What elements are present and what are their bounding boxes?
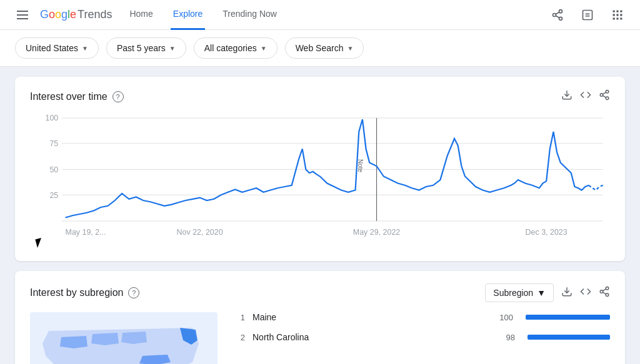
svg-point-20 bbox=[606, 97, 609, 100]
svg-point-39 bbox=[606, 287, 609, 290]
subregion-download-icon[interactable] bbox=[561, 286, 572, 300]
subregion-header: Interest by subregion ? Subregion ▼ bbox=[30, 283, 610, 302]
svg-line-43 bbox=[602, 288, 606, 290]
chevron-down-icon: ▼ bbox=[537, 288, 546, 298]
card-title: Interest over time ? bbox=[30, 91, 124, 102]
apps-button[interactable] bbox=[605, 2, 630, 27]
filter-bar: United States ▼ Past 5 years ▼ All categ… bbox=[0, 30, 640, 67]
svg-rect-12 bbox=[616, 14, 618, 16]
svg-line-22 bbox=[602, 92, 606, 94]
svg-point-0 bbox=[559, 9, 562, 12]
svg-text:50: 50 bbox=[49, 165, 58, 174]
svg-line-42 bbox=[602, 292, 606, 294]
svg-point-18 bbox=[606, 91, 609, 94]
rank-name: Maine bbox=[252, 312, 492, 322]
subregion-embed-icon[interactable] bbox=[580, 286, 591, 300]
app-header: Google Trends Home Explore Trending Now bbox=[0, 0, 640, 30]
rank-item: 2 North Carolina 98 bbox=[232, 332, 610, 342]
svg-point-2 bbox=[559, 17, 562, 20]
svg-rect-9 bbox=[616, 10, 618, 12]
chevron-down-icon: ▼ bbox=[347, 45, 353, 52]
svg-rect-14 bbox=[613, 17, 615, 19]
svg-line-21 bbox=[602, 96, 606, 97]
svg-line-3 bbox=[556, 16, 559, 17]
card-header: Interest over time ? bbox=[30, 89, 610, 104]
svg-text:Dec 3, 2023: Dec 3, 2023 bbox=[526, 228, 568, 237]
main-content: Interest over time ? bbox=[0, 67, 640, 364]
category-filter[interactable]: All categories ▼ bbox=[194, 37, 278, 59]
rank-value: 98 bbox=[506, 333, 515, 342]
download-icon[interactable] bbox=[561, 89, 572, 104]
interest-by-subregion-card: Interest by subregion ? Subregion ▼ bbox=[15, 271, 625, 364]
nav-explore[interactable]: Explore bbox=[171, 0, 205, 30]
rankings-list: 1 Maine 100 2 North Carolina 98 bbox=[232, 312, 610, 364]
svg-point-41 bbox=[606, 293, 609, 297]
svg-text:25: 25 bbox=[49, 191, 58, 200]
rank-bar bbox=[528, 335, 610, 340]
embed-icon[interactable] bbox=[580, 89, 591, 104]
subregion-title: Interest by subregion ? bbox=[30, 287, 139, 298]
svg-rect-5 bbox=[583, 10, 592, 19]
rank-item: 1 Maine 100 bbox=[232, 312, 610, 322]
header-left: Google Trends bbox=[10, 2, 112, 27]
svg-text:Nov 22, 2020: Nov 22, 2020 bbox=[177, 228, 223, 237]
rank-value: 100 bbox=[499, 313, 513, 322]
svg-text:75: 75 bbox=[49, 139, 58, 148]
svg-rect-10 bbox=[620, 10, 622, 12]
main-nav: Home Explore Trending Now bbox=[127, 0, 279, 30]
svg-rect-8 bbox=[613, 10, 615, 12]
interest-over-time-card: Interest over time ? bbox=[15, 77, 625, 261]
rank-name: North Carolina bbox=[252, 332, 499, 342]
nav-trending-now[interactable]: Trending Now bbox=[220, 0, 279, 30]
menu-button[interactable] bbox=[10, 2, 35, 27]
subregion-view-select[interactable]: Subregion ▼ bbox=[485, 283, 554, 302]
nav-home[interactable]: Home bbox=[127, 0, 155, 30]
hamburger-icon bbox=[15, 7, 30, 22]
rank-number: 1 bbox=[232, 313, 245, 322]
svg-text:May 19, 2...: May 19, 2... bbox=[66, 228, 106, 237]
svg-point-1 bbox=[553, 13, 556, 16]
svg-text:100: 100 bbox=[46, 114, 59, 123]
subregion-actions: Subregion ▼ bbox=[485, 283, 610, 302]
subregion-help-icon[interactable]: ? bbox=[128, 287, 139, 298]
svg-point-40 bbox=[600, 290, 603, 293]
chart-svg: 100 75 50 25 May 19, 2... Nov 22, 2020 M… bbox=[30, 111, 610, 248]
map-area bbox=[30, 312, 218, 364]
subregion-content: 1 Maine 100 2 North Carolina 98 bbox=[30, 312, 610, 364]
search-type-filter[interactable]: Web Search ▼ bbox=[285, 37, 364, 59]
chevron-down-icon: ▼ bbox=[169, 45, 176, 52]
svg-line-4 bbox=[556, 12, 559, 14]
chevron-down-icon: ▼ bbox=[261, 45, 267, 52]
app-name: Trends bbox=[78, 8, 112, 21]
svg-rect-11 bbox=[613, 14, 615, 16]
app-logo: Google Trends bbox=[40, 8, 112, 21]
svg-rect-16 bbox=[620, 17, 622, 19]
us-map-svg bbox=[30, 312, 218, 364]
time-filter[interactable]: Past 5 years ▼ bbox=[106, 37, 186, 59]
svg-text:May 29, 2022: May 29, 2022 bbox=[353, 228, 401, 237]
share-card-icon[interactable] bbox=[599, 89, 610, 104]
help-icon[interactable]: ? bbox=[112, 91, 124, 102]
region-filter[interactable]: United States ▼ bbox=[15, 37, 99, 59]
header-right bbox=[545, 2, 630, 27]
subregion-share-icon[interactable] bbox=[599, 286, 610, 300]
svg-rect-15 bbox=[616, 17, 618, 19]
rank-number: 2 bbox=[232, 333, 245, 342]
svg-rect-13 bbox=[620, 14, 622, 16]
chevron-down-icon: ▼ bbox=[82, 45, 88, 52]
card-actions bbox=[561, 89, 610, 104]
svg-text:Note: Note bbox=[357, 159, 364, 172]
chart-container: 100 75 50 25 May 19, 2... Nov 22, 2020 M… bbox=[30, 111, 610, 248]
notifications-button[interactable] bbox=[575, 2, 600, 27]
share-button[interactable] bbox=[545, 2, 570, 27]
rank-bar bbox=[526, 315, 610, 320]
svg-point-19 bbox=[600, 94, 603, 97]
